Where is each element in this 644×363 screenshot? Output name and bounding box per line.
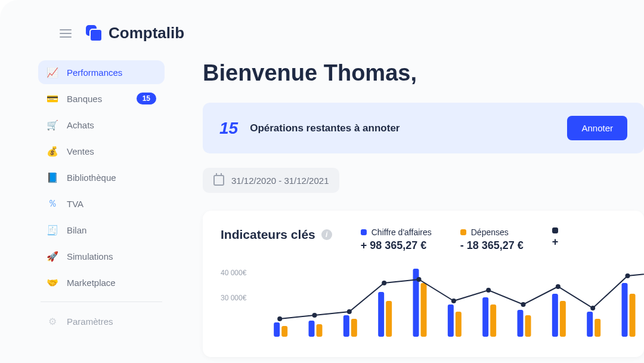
kpi-label: Dépenses: [471, 227, 509, 237]
date-range-text: 31/12/2020 - 31/12/2021: [231, 176, 329, 186]
kpi-net: +: [552, 227, 563, 248]
sidebar-item-label: Bibliothèque: [67, 173, 156, 183]
sidebar-item-label: Marketplace: [67, 278, 156, 288]
y-tick: 30 000€: [221, 294, 246, 302]
chart-svg: [262, 265, 644, 337]
sidebar-item-label: Banques: [67, 94, 128, 104]
sidebar-item-ventes[interactable]: 💰 Ventes: [38, 139, 165, 163]
alert-count: 15: [219, 119, 238, 138]
sidebar-item-label: Simulations: [67, 251, 156, 262]
legend-dot-icon: [361, 229, 367, 235]
kpi-value: - 18 365,27 €: [460, 239, 524, 252]
svg-rect-12: [281, 326, 287, 337]
sidebar-item-label: Ventes: [67, 146, 156, 156]
svg-point-33: [590, 306, 595, 310]
svg-rect-0: [274, 322, 280, 337]
svg-rect-20: [560, 301, 566, 337]
svg-point-26: [347, 309, 352, 314]
svg-rect-1: [309, 321, 315, 337]
calendar-icon: [213, 175, 224, 186]
svg-point-25: [312, 313, 317, 318]
sidebar-item-simulations[interactable]: 🚀 Simulations: [38, 244, 165, 268]
book-icon: 📘: [47, 171, 58, 183]
brand-name: Comptalib: [109, 24, 184, 42]
svg-point-31: [521, 302, 526, 307]
sidebar-item-bilan[interactable]: 🧾 Bilan: [38, 218, 165, 242]
svg-rect-10: [622, 283, 628, 337]
sidebar: 📈 Performances 💳 Banques 15 🛒 Achats 💰 V…: [24, 54, 179, 363]
chart-icon: 📈: [47, 66, 58, 78]
nav-divider: [41, 302, 162, 302]
sidebar-item-bibliotheque[interactable]: 📘 Bibliothèque: [38, 165, 165, 189]
svg-rect-9: [587, 312, 593, 337]
sidebar-item-banques[interactable]: 💳 Banques 15: [38, 87, 165, 110]
annotate-button[interactable]: Annoter: [567, 116, 627, 140]
svg-rect-16: [421, 283, 427, 337]
svg-rect-6: [482, 297, 488, 337]
logo-icon: [86, 25, 103, 42]
sidebar-item-label: Performances: [67, 67, 156, 78]
chart: 40 000€ 30 000€: [221, 269, 626, 340]
svg-rect-22: [630, 294, 636, 337]
alert-banner: 15 Opérations restantes à annoter Annote…: [203, 103, 644, 153]
info-icon[interactable]: i: [321, 229, 332, 240]
legend-dot-icon: [460, 229, 466, 235]
coins-icon: 💰: [47, 145, 58, 157]
badge-count: 15: [137, 93, 156, 104]
svg-point-34: [626, 273, 630, 278]
indicators-card: Indicateurs clés i Chiffre d'affaires + …: [203, 211, 644, 357]
sidebar-item-achats[interactable]: 🛒 Achats: [38, 113, 165, 137]
svg-point-32: [556, 284, 561, 289]
sidebar-item-marketplace[interactable]: 🤝 Marketplace: [38, 270, 165, 294]
svg-rect-7: [518, 310, 524, 337]
svg-rect-2: [343, 315, 349, 337]
sidebar-item-label: Paramètres: [67, 316, 156, 327]
card-title: Indicateurs clés: [221, 227, 315, 242]
kpi-value: +: [552, 236, 563, 248]
svg-rect-17: [456, 312, 462, 337]
kpi-value: + 98 365,27 €: [361, 239, 432, 252]
svg-rect-21: [595, 319, 600, 337]
svg-point-29: [451, 299, 456, 303]
svg-rect-8: [552, 294, 558, 337]
alert-text: Opérations restantes à annoter: [250, 122, 555, 134]
sidebar-item-tva[interactable]: ％ TVA: [38, 192, 165, 216]
svg-point-27: [382, 281, 386, 285]
svg-rect-18: [490, 304, 496, 337]
kpi-revenue: Chiffre d'affaires + 98 365,27 €: [361, 227, 432, 252]
svg-rect-14: [351, 319, 357, 337]
main-content: Bienvenue Thomas, 15 Opérations restante…: [179, 54, 644, 363]
svg-rect-3: [378, 292, 384, 337]
kpi-label: Chiffre d'affaires: [371, 227, 432, 237]
brand[interactable]: Comptalib: [86, 24, 184, 42]
date-range-picker[interactable]: 31/12/2020 - 31/12/2021: [203, 168, 339, 193]
rocket-icon: 🚀: [47, 250, 58, 262]
y-tick: 40 000€: [221, 269, 246, 277]
cart-icon: 🛒: [47, 119, 58, 131]
svg-rect-15: [386, 301, 392, 337]
sidebar-item-label: Bilan: [67, 225, 156, 235]
menu-toggle[interactable]: [60, 29, 72, 38]
svg-point-30: [486, 288, 491, 293]
bank-icon: 💳: [47, 93, 58, 104]
svg-rect-13: [317, 324, 323, 337]
svg-point-28: [417, 277, 422, 282]
sidebar-item-parametres[interactable]: ⚙ Paramètres: [38, 309, 165, 333]
receipt-icon: 🧾: [47, 224, 58, 236]
percent-icon: ％: [47, 198, 58, 210]
kpi-expenses: Dépenses - 18 365,27 €: [460, 227, 524, 252]
welcome-heading: Bienvenue Thomas,: [203, 60, 644, 86]
legend-dot-icon: [552, 227, 558, 233]
gear-icon: ⚙: [47, 315, 58, 327]
sidebar-item-performances[interactable]: 📈 Performances: [38, 60, 165, 84]
sidebar-item-label: TVA: [67, 199, 156, 209]
sidebar-item-label: Achats: [67, 120, 156, 130]
svg-rect-19: [525, 315, 531, 337]
svg-point-24: [277, 316, 282, 321]
svg-rect-5: [448, 304, 454, 337]
handshake-icon: 🤝: [47, 276, 58, 288]
